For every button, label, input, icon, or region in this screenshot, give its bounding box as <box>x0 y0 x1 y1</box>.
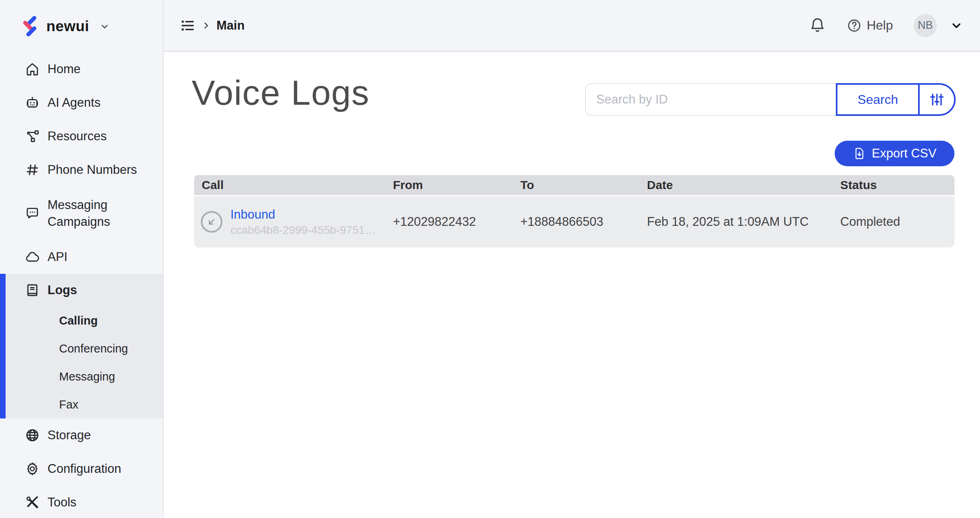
help-label: Help <box>867 18 893 33</box>
sidebar-subitem-label: Fax <box>59 398 78 411</box>
sidebar-item-label: API <box>48 249 67 265</box>
table-row: Inbound ccab64b8-2999-455b-9751… +120298… <box>194 196 954 247</box>
breadcrumb: Main <box>180 18 245 34</box>
sidebar-item-tools[interactable]: Tools <box>0 486 163 518</box>
main-content: Voice Logs Search Export CSV Call From <box>164 53 980 518</box>
search-input[interactable] <box>585 83 836 116</box>
call-from: +12029822432 <box>393 215 520 229</box>
sidebar-item-storage[interactable]: Storage <box>0 418 163 452</box>
sidebar-item-label: Tools <box>48 494 76 511</box>
sidebar-item-phone-numbers[interactable]: Phone Numbers <box>0 153 163 187</box>
user-menu-chevron-icon[interactable] <box>950 20 962 32</box>
cloud-icon <box>25 249 40 265</box>
top-bar: Main Help NB <box>164 0 980 52</box>
sidebar: newui Home <box>0 0 164 518</box>
sidebar-item-label: Home <box>48 61 81 78</box>
sidebar-logs-group: Logs Calling Conferencing Messaging Fax <box>0 274 163 418</box>
sidebar-subitem-label: Calling <box>59 314 98 327</box>
search-button[interactable]: Search <box>836 83 920 116</box>
chat-bubble-icon <box>25 206 40 221</box>
column-header-status: Status <box>840 178 954 192</box>
hash-icon <box>25 162 40 177</box>
sidebar-item-home[interactable]: Home <box>0 52 163 86</box>
call-id: ccab64b8-2999-455b-9751… <box>230 224 376 237</box>
column-header-to: To <box>520 178 647 192</box>
bell-icon <box>809 17 826 34</box>
call-info: Inbound ccab64b8-2999-455b-9751… <box>230 207 376 237</box>
call-direction-link[interactable]: Inbound <box>230 207 376 222</box>
sidebar-item-label: Messaging Campaigns <box>48 197 148 230</box>
tools-icon <box>25 495 40 510</box>
page-title: Voice Logs <box>192 72 370 113</box>
sidebar-item-label: Logs <box>48 282 77 299</box>
sidebar-item-label: Resources <box>48 128 107 145</box>
file-download-icon <box>853 147 866 160</box>
list-menu-icon[interactable] <box>180 18 196 34</box>
top-bar-actions: Help NB <box>809 14 962 37</box>
sidebar-subitem-messaging[interactable]: Messaging <box>0 363 163 390</box>
sidebar-subitem-label: Conferencing <box>59 342 128 355</box>
workspace-switcher[interactable]: newui <box>0 0 163 52</box>
sidebar-nav: Home AI Agents <box>0 52 163 518</box>
column-header-call: Call <box>194 178 393 192</box>
sliders-icon <box>928 91 945 108</box>
sidebar-item-label: Storage <box>48 427 91 444</box>
sidebar-subitem-calling[interactable]: Calling <box>0 307 163 335</box>
column-header-date: Date <box>647 178 840 192</box>
sidebar-item-ai-agents[interactable]: AI Agents <box>0 86 163 120</box>
call-to: +18884866503 <box>520 215 647 229</box>
brand-name: newui <box>46 18 89 35</box>
user-avatar[interactable]: NB <box>914 14 937 37</box>
sidebar-item-label: AI Agents <box>48 94 101 111</box>
chevron-down-icon <box>99 21 110 32</box>
call-status: Completed <box>840 215 954 229</box>
home-icon <box>25 62 40 77</box>
sidebar-item-api[interactable]: API <box>0 240 163 274</box>
nodes-icon <box>25 129 40 144</box>
notifications-button[interactable] <box>809 17 826 34</box>
avatar-initials: NB <box>918 19 933 32</box>
inbound-call-badge <box>201 211 222 233</box>
sidebar-item-logs[interactable]: Logs <box>0 274 163 307</box>
voice-logs-table: Call From To Date Status Inbound ccab64b… <box>194 175 954 247</box>
sidebar-subitem-conferencing[interactable]: Conferencing <box>0 335 163 363</box>
call-date: Feb 18, 2025 at 1:09AM UTC <box>647 215 840 229</box>
sidebar-subitem-fax[interactable]: Fax <box>0 390 163 418</box>
globe-icon <box>25 428 40 443</box>
help-button[interactable]: Help <box>847 18 893 33</box>
chevron-right-icon <box>201 21 211 30</box>
app-root: newui Home <box>0 0 980 518</box>
sidebar-subitem-label: Messaging <box>59 370 115 383</box>
active-section-indicator <box>0 274 6 418</box>
brand-logo-icon <box>20 15 38 38</box>
robot-icon <box>25 95 40 110</box>
export-csv-button[interactable]: Export CSV <box>835 141 954 166</box>
sidebar-item-resources[interactable]: Resources <box>0 120 163 153</box>
sidebar-item-label: Phone Numbers <box>48 161 137 178</box>
filter-button[interactable] <box>918 83 956 116</box>
arrow-down-left-icon <box>206 216 218 228</box>
table-header-row: Call From To Date Status <box>194 175 954 195</box>
sidebar-item-configuration[interactable]: Configuration <box>0 452 163 486</box>
search-group: Search <box>585 83 956 116</box>
export-csv-label: Export CSV <box>872 146 936 161</box>
sidebar-item-messaging-campaigns[interactable]: Messaging Campaigns <box>0 187 163 240</box>
gear-icon <box>25 461 40 476</box>
sidebar-item-label: Configuration <box>48 460 121 477</box>
breadcrumb-main[interactable]: Main <box>216 18 245 33</box>
log-book-icon <box>25 283 40 298</box>
call-cell: Inbound ccab64b8-2999-455b-9751… <box>194 207 393 237</box>
question-circle-icon <box>847 18 862 33</box>
column-header-from: From <box>393 178 520 192</box>
